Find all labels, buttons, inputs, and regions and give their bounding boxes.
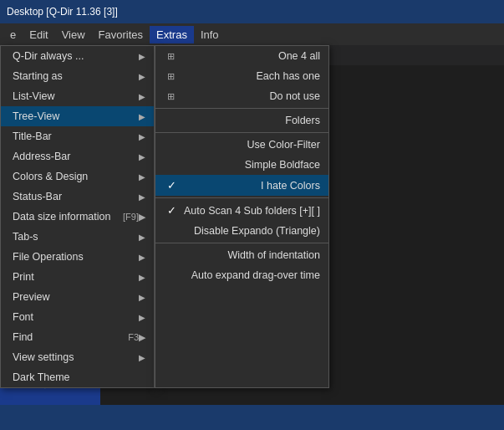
menu-label-tab-s: Tab-s	[13, 231, 38, 243]
menu-view[interactable]: View	[55, 26, 92, 44]
menu-e[interactable]: e	[3, 26, 23, 44]
menu-label-preview: Preview	[13, 291, 49, 303]
arrow-icon-4: ▶	[139, 112, 145, 121]
tree-view-submenu: ⊞ One 4 all ⊞ Each has one ⊞ Do not use …	[155, 45, 329, 388]
menu-item-tab-s[interactable]: Tab-s ▶	[1, 227, 154, 247]
submenu-label-width-indent: Width of indentation	[227, 249, 320, 261]
menu-item-address-bar[interactable]: Address-Bar ▶	[1, 146, 154, 166]
submenu-label-do-not-use: Do not use	[269, 90, 319, 102]
submenu-item-i-hate-colors[interactable]: ✓ I hate Colors	[155, 175, 328, 196]
radio-prefix-1: ⊞	[167, 51, 179, 62]
submenu-item-auto-scan[interactable]: ✓ Auto Scan 4 Sub folders [+][ ]	[155, 200, 328, 221]
title-bar: Desktop [Q-Dir 11.36 [3]]	[0, 0, 504, 23]
check-icon-2: ✓	[167, 204, 179, 217]
shortcut-f3: F3▶	[128, 332, 145, 343]
menu-item-find[interactable]: Find F3▶	[1, 327, 154, 347]
arrow-icon: ▶	[139, 52, 145, 61]
arrow-icon-9: ▶	[139, 233, 145, 242]
menu-label-qdir-always: Q-Dir always ...	[13, 50, 84, 62]
menus-overlay: Q-Dir always ... ▶ Starting as ▶ List-Vi…	[0, 45, 329, 388]
arrow-icon-11: ▶	[139, 273, 145, 282]
separator-2	[155, 132, 328, 133]
submenu-item-each-has-one[interactable]: ⊞ Each has one	[155, 66, 328, 86]
check-icon: ✓	[167, 179, 179, 192]
submenu-item-auto-expand[interactable]: Auto expand drag-over time	[155, 265, 328, 285]
menu-item-list-view[interactable]: List-View ▶	[1, 86, 154, 106]
submenu-label-simple-boldface: Simple Boldface	[245, 159, 320, 171]
arrow-icon-13: ▶	[139, 313, 145, 322]
menu-item-file-ops[interactable]: File Operations ▶	[1, 247, 154, 267]
submenu-label-auto-expand: Auto expand drag-over time	[191, 269, 320, 281]
separator-3	[155, 197, 328, 198]
menu-edit[interactable]: Edit	[23, 26, 54, 44]
separator-4	[155, 243, 328, 243]
submenu-item-width-indent[interactable]: Width of indentation	[155, 245, 328, 265]
arrow-icon-7: ▶	[139, 172, 145, 182]
arrow-icon-14: ▶	[139, 353, 145, 362]
menu-item-status-bar[interactable]: Status-Bar ▶	[1, 187, 154, 207]
menu-favorites[interactable]: Favorites	[92, 26, 150, 44]
menu-item-title-bar[interactable]: Title-Bar ▶	[1, 126, 154, 146]
menu-label-font: Font	[13, 311, 33, 323]
menu-label-print: Print	[13, 271, 34, 283]
menu-extras[interactable]: Extras	[150, 26, 194, 44]
menu-label-find: Find	[13, 331, 33, 343]
menu-item-data-size[interactable]: Data size information [F9]▶	[1, 207, 154, 227]
arrow-icon-5: ▶	[139, 132, 145, 141]
submenu-item-folders[interactable]: Folders	[155, 110, 328, 131]
separator-1	[155, 108, 328, 109]
menu-label-tree-view: Tree-View	[13, 110, 59, 122]
submenu-item-disable-expando[interactable]: Disable Expando (Triangle)	[155, 221, 328, 241]
menu-bar: e Edit View Favorites Extras Info	[0, 23, 504, 45]
submenu-label-disable-expando: Disable Expando (Triangle)	[194, 225, 320, 237]
menu-label-status-bar: Status-Bar	[13, 191, 62, 202]
submenu-item-one4all[interactable]: ⊞ One 4 all	[155, 46, 328, 66]
menu-item-preview[interactable]: Preview ▶	[1, 287, 154, 307]
menu-label-view-settings: View settings	[13, 351, 74, 363]
submenu-label-auto-scan: Auto Scan 4 Sub folders [+][ ]	[184, 205, 320, 217]
menu-label-title-bar: Title-Bar	[13, 131, 52, 142]
menu-item-print[interactable]: Print ▶	[1, 267, 154, 287]
shortcut-f9: [F9]▶	[123, 212, 145, 223]
submenu-label-each-has-one: Each has one	[257, 70, 320, 82]
arrow-icon-2: ▶	[139, 72, 145, 81]
menu-item-colors-design[interactable]: Colors & Design ▶	[1, 166, 154, 187]
menu-item-starting-as[interactable]: Starting as ▶	[1, 66, 154, 86]
menu-label-file-ops: File Operations	[13, 251, 84, 263]
submenu-item-do-not-use[interactable]: ⊞ Do not use	[155, 86, 328, 106]
submenu-label-one4all: One 4 all	[278, 50, 320, 62]
menu-label-starting-as: Starting as	[13, 70, 63, 82]
menu-item-dark-theme[interactable]: Dark Theme	[1, 367, 154, 387]
arrow-icon-12: ▶	[139, 293, 145, 302]
title-text: Desktop [Q-Dir 11.36 [3]]	[7, 6, 118, 18]
arrow-icon-8: ▶	[139, 192, 145, 202]
menu-label-dark-theme: Dark Theme	[13, 371, 70, 383]
menu-label-data-size: Data size information	[13, 211, 110, 223]
submenu-item-simple-boldface[interactable]: Simple Boldface	[155, 155, 328, 175]
menu-item-view-settings[interactable]: View settings ▶	[1, 347, 154, 367]
submenu-label-i-hate-colors: I hate Colors	[261, 180, 320, 192]
arrow-icon-10: ▶	[139, 253, 145, 262]
menu-item-qdir-always[interactable]: Q-Dir always ... ▶	[1, 46, 154, 66]
menu-label-list-view: List-View	[13, 90, 54, 102]
submenu-label-folders: Folders	[285, 115, 320, 126]
menu-label-address-bar: Address-Bar	[13, 151, 70, 162]
submenu-label-use-color-filter: Use Color-Filter	[247, 139, 320, 151]
radio-prefix-2: ⊞	[167, 71, 179, 82]
menu-item-tree-view[interactable]: Tree-View ▶	[1, 106, 154, 126]
submenu-item-use-color-filter[interactable]: Use Color-Filter	[155, 135, 328, 155]
radio-prefix-3: ⊞	[167, 91, 179, 102]
extras-menu: Q-Dir always ... ▶ Starting as ▶ List-Vi…	[0, 45, 155, 388]
menu-label-colors-design: Colors & Design	[13, 171, 88, 182]
arrow-icon-6: ▶	[139, 152, 145, 161]
menu-info[interactable]: Info	[194, 26, 226, 44]
arrow-icon-3: ▶	[139, 92, 145, 101]
menu-item-font[interactable]: Font ▶	[1, 307, 154, 327]
